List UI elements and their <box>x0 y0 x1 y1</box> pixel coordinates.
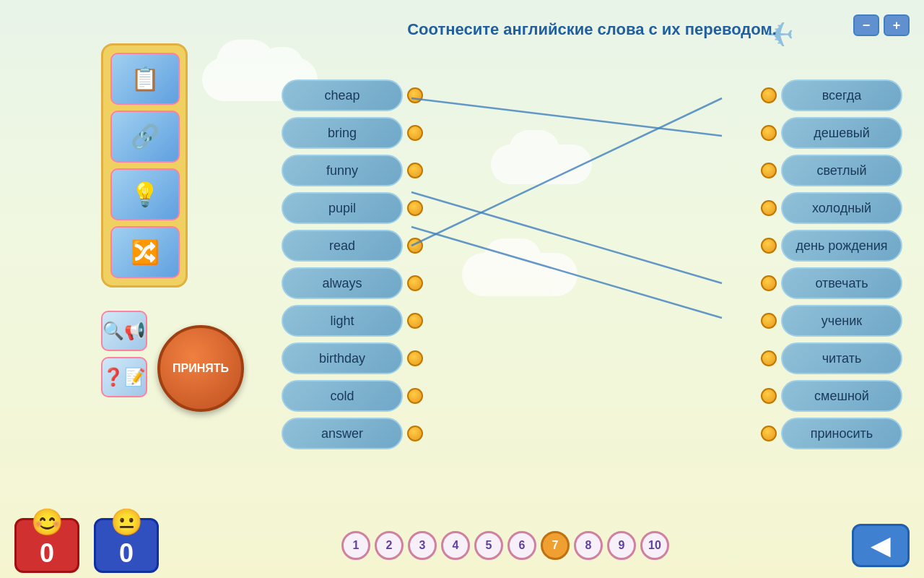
zoom-out-button[interactable]: − <box>853 14 879 36</box>
left-col-8: cold <box>282 380 423 412</box>
sidebar: 📋 🔗 💡 🔀 <box>101 43 188 288</box>
right-word-0[interactable]: всегда <box>781 79 902 111</box>
left-dot-4[interactable] <box>407 238 423 254</box>
left-col-4: read <box>282 230 423 262</box>
left-word-6[interactable]: light <box>282 305 403 337</box>
left-dot-9[interactable] <box>407 426 423 441</box>
left-col-2: funny <box>282 155 423 186</box>
right-col-6: ученик <box>761 305 902 337</box>
right-col-7: читать <box>761 342 902 374</box>
right-col-3: холодный <box>761 192 902 224</box>
left-col-5: always <box>282 267 423 299</box>
right-word-4[interactable]: день рождения <box>781 230 902 262</box>
left-word-8[interactable]: cold <box>282 380 403 412</box>
word-row-4: read день рождения <box>282 230 902 262</box>
page-num-7[interactable]: 7 <box>541 531 570 560</box>
page-numbers: 12345678910 <box>173 531 837 560</box>
accept-button[interactable]: ПРИНЯТЬ <box>157 325 244 412</box>
right-col-5: отвечать <box>761 267 902 299</box>
sidebar-item-documents[interactable]: 📋 <box>110 53 180 105</box>
right-col-9: приносить <box>761 418 902 449</box>
avatar-red: 😊 <box>31 507 64 538</box>
right-dot-8[interactable] <box>761 388 777 404</box>
word-row-1: bring дешевый <box>282 117 902 149</box>
word-row-8: cold смешной <box>282 380 902 412</box>
right-word-2[interactable]: светлый <box>781 155 902 186</box>
right-dot-5[interactable] <box>761 275 777 291</box>
left-dot-6[interactable] <box>407 313 423 329</box>
right-dot-7[interactable] <box>761 350 777 366</box>
right-word-7[interactable]: читать <box>781 342 902 374</box>
left-col-1: bring <box>282 117 423 149</box>
sidebar-item-lightbulb[interactable]: 💡 <box>110 168 180 220</box>
right-word-3[interactable]: холодный <box>781 192 902 224</box>
help-icons: 🔍📢 ❓📝 <box>101 311 147 397</box>
right-dot-6[interactable] <box>761 313 777 329</box>
left-dot-5[interactable] <box>407 275 423 291</box>
left-dot-2[interactable] <box>407 163 423 178</box>
right-word-5[interactable]: отвечать <box>781 267 902 299</box>
word-row-7: birthday читать <box>282 342 902 374</box>
score-red: 😊 0 <box>14 518 79 573</box>
help-search-icon[interactable]: 🔍📢 <box>101 311 147 351</box>
score-red-value: 0 <box>40 540 54 566</box>
word-row-3: pupil холодный <box>282 192 902 224</box>
right-dot-4[interactable] <box>761 238 777 254</box>
left-word-7[interactable]: birthday <box>282 342 403 374</box>
left-word-3[interactable]: pupil <box>282 192 403 224</box>
left-dot-3[interactable] <box>407 200 423 216</box>
left-col-6: light <box>282 305 423 337</box>
right-col-4: день рождения <box>761 230 902 262</box>
left-dot-0[interactable] <box>407 87 423 103</box>
left-word-0[interactable]: cheap <box>282 79 403 111</box>
page-num-2[interactable]: 2 <box>375 531 404 560</box>
right-word-1[interactable]: дешевый <box>781 117 902 149</box>
right-dot-3[interactable] <box>761 200 777 216</box>
word-row-2: funny светлый <box>282 155 902 186</box>
page-num-5[interactable]: 5 <box>474 531 503 560</box>
right-word-8[interactable]: смешной <box>781 380 902 412</box>
avatar-blue: 😐 <box>110 507 143 538</box>
left-dot-7[interactable] <box>407 350 423 366</box>
left-dot-1[interactable] <box>407 125 423 141</box>
word-row-5: always отвечать <box>282 267 902 299</box>
left-col-0: cheap <box>282 79 423 111</box>
right-dot-2[interactable] <box>761 163 777 178</box>
left-word-5[interactable]: always <box>282 267 403 299</box>
page-num-1[interactable]: 1 <box>341 531 370 560</box>
page-title: Соотнесите английские слова с их перевод… <box>375 20 808 39</box>
page-num-6[interactable]: 6 <box>507 531 536 560</box>
right-col-1: дешевый <box>761 117 902 149</box>
right-dot-0[interactable] <box>761 87 777 103</box>
page-num-4[interactable]: 4 <box>441 531 470 560</box>
word-row-6: light ученик <box>282 305 902 337</box>
matching-area: cheap всегда bring дешевый funny светлый <box>282 79 902 449</box>
sidebar-item-shuffle[interactable]: 🔀 <box>110 226 180 278</box>
page-num-8[interactable]: 8 <box>574 531 603 560</box>
right-word-6[interactable]: ученик <box>781 305 902 337</box>
page-num-9[interactable]: 9 <box>607 531 636 560</box>
right-dot-1[interactable] <box>761 125 777 141</box>
right-word-9[interactable]: приносить <box>781 418 902 449</box>
left-word-1[interactable]: bring <box>282 117 403 149</box>
right-col-8: смешной <box>761 380 902 412</box>
back-button[interactable]: ◀ <box>852 524 910 567</box>
score-blue-value: 0 <box>119 540 134 566</box>
zoom-in-button[interactable]: + <box>884 14 910 36</box>
sidebar-item-links[interactable]: 🔗 <box>110 111 180 163</box>
left-dot-8[interactable] <box>407 388 423 404</box>
page-num-10[interactable]: 10 <box>640 531 669 560</box>
left-word-4[interactable]: read <box>282 230 403 262</box>
left-word-9[interactable]: answer <box>282 418 403 449</box>
score-blue: 😐 0 <box>94 518 159 573</box>
right-col-2: светлый <box>761 155 902 186</box>
left-word-2[interactable]: funny <box>282 155 403 186</box>
help-write-icon[interactable]: ❓📝 <box>101 357 147 397</box>
left-col-9: answer <box>282 418 423 449</box>
left-col-3: pupil <box>282 192 423 224</box>
page-num-3[interactable]: 3 <box>408 531 437 560</box>
bottom-area: 😊 0 😐 0 12345678910 ◀ <box>0 513 924 578</box>
right-col-0: всегда <box>761 79 902 111</box>
right-dot-9[interactable] <box>761 426 777 441</box>
word-row-0: cheap всегда <box>282 79 902 111</box>
